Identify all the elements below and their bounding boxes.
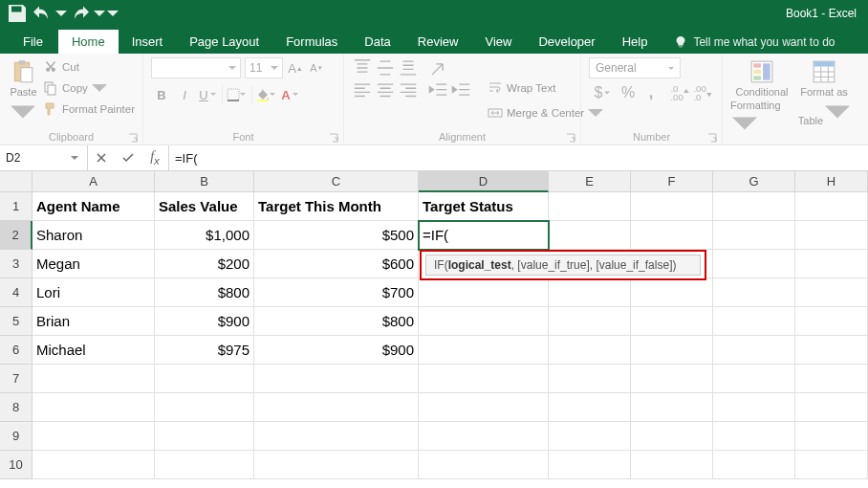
cell-F8[interactable]	[631, 393, 713, 422]
enter-formula-button[interactable]	[115, 145, 141, 170]
cell-E9[interactable]	[549, 422, 631, 451]
cell-B5[interactable]: $900	[155, 307, 254, 336]
cell-E4[interactable]	[549, 278, 631, 307]
fill-color-button[interactable]	[256, 84, 277, 105]
alignment-dialog-launcher[interactable]	[565, 130, 576, 142]
cell-F2[interactable]	[631, 221, 713, 250]
decrease-font-icon[interactable]: A▼	[308, 57, 325, 78]
cell-A6[interactable]: Michael	[33, 336, 155, 365]
cell-B10[interactable]	[155, 451, 254, 479]
cell-H4[interactable]	[795, 278, 868, 307]
column-header-E[interactable]: E	[549, 171, 631, 192]
cell-B9[interactable]	[155, 422, 254, 451]
underline-button[interactable]: U	[197, 84, 218, 105]
tab-file[interactable]: File	[8, 30, 58, 54]
cell-E10[interactable]	[549, 451, 631, 479]
column-header-B[interactable]: B	[155, 171, 254, 192]
cell-G1[interactable]	[713, 192, 795, 221]
row-header-5[interactable]: 5	[0, 307, 33, 336]
redo-dropdown-icon[interactable]	[94, 2, 105, 25]
column-header-F[interactable]: F	[631, 171, 713, 192]
orientation-icon[interactable]	[428, 57, 449, 78]
cell-E2[interactable]	[549, 221, 631, 250]
conditional-formatting-button[interactable]: Conditional Formatting	[730, 57, 793, 143]
format-as-table-button[interactable]: Format as Table	[797, 57, 851, 143]
font-size-select[interactable]: 11	[245, 57, 283, 78]
increase-font-icon[interactable]: A▲	[287, 57, 304, 78]
tab-home[interactable]: Home	[58, 30, 119, 54]
increase-decimal-icon[interactable]: .0.00	[669, 82, 690, 103]
cell-H8[interactable]	[795, 393, 868, 422]
cell-A7[interactable]	[33, 365, 155, 393]
font-name-select[interactable]	[151, 57, 241, 78]
tab-review[interactable]: Review	[404, 30, 472, 54]
cell-E6[interactable]	[549, 336, 631, 365]
cell-G2[interactable]	[713, 221, 795, 250]
cell-C9[interactable]	[254, 422, 419, 451]
formula-input[interactable]: =IF(	[169, 145, 868, 170]
align-left-icon[interactable]	[352, 80, 373, 101]
increase-indent-icon[interactable]	[451, 80, 472, 101]
cell-C2[interactable]: $500	[254, 221, 419, 250]
font-color-button[interactable]: A	[279, 84, 300, 105]
cell-A10[interactable]	[33, 451, 155, 479]
cell-D8[interactable]	[419, 393, 549, 422]
cell-H10[interactable]	[795, 451, 868, 479]
cell-C8[interactable]	[254, 393, 419, 422]
cell-D2[interactable]: =IF(	[419, 221, 549, 250]
cell-H9[interactable]	[795, 422, 868, 451]
cell-F6[interactable]	[631, 336, 713, 365]
row-header-1[interactable]: 1	[0, 192, 33, 221]
accounting-format-icon[interactable]: $	[589, 82, 616, 103]
cell-G3[interactable]	[713, 250, 795, 278]
tab-insert[interactable]: Insert	[119, 30, 177, 54]
align-right-icon[interactable]	[398, 80, 419, 101]
row-header-9[interactable]: 9	[0, 422, 33, 451]
chevron-down-icon[interactable]	[68, 156, 81, 160]
cell-D6[interactable]	[419, 336, 549, 365]
cell-C6[interactable]: $900	[254, 336, 419, 365]
cell-A1[interactable]: Agent Name	[33, 192, 155, 221]
cell-D10[interactable]	[419, 451, 549, 479]
cell-B8[interactable]	[155, 393, 254, 422]
column-header-A[interactable]: A	[33, 171, 155, 192]
decrease-indent-icon[interactable]	[428, 80, 449, 101]
cell-H1[interactable]	[795, 192, 868, 221]
cell-D5[interactable]	[419, 307, 549, 336]
copy-button[interactable]: Copy	[43, 78, 135, 98]
name-box[interactable]: D2	[0, 145, 88, 170]
cell-H5[interactable]	[795, 307, 868, 336]
cell-H3[interactable]	[795, 250, 868, 278]
tell-me-search[interactable]: Tell me what you want to do	[661, 31, 848, 54]
cell-C10[interactable]	[254, 451, 419, 479]
format-painter-button[interactable]: Format Painter	[43, 100, 135, 119]
cut-button[interactable]: Cut	[43, 57, 135, 77]
paste-button[interactable]: Paste	[8, 57, 39, 143]
cell-A2[interactable]: Sharon	[33, 221, 155, 250]
italic-button[interactable]: I	[174, 84, 195, 105]
align-top-icon[interactable]	[352, 57, 373, 78]
cell-H2[interactable]	[795, 221, 868, 250]
borders-button[interactable]	[227, 84, 248, 105]
cell-G4[interactable]	[713, 278, 795, 307]
bold-button[interactable]: B	[151, 84, 172, 105]
select-all-corner[interactable]	[0, 171, 33, 192]
cell-C4[interactable]: $700	[254, 278, 419, 307]
tab-page-layout[interactable]: Page Layout	[176, 30, 272, 54]
cell-D7[interactable]	[419, 365, 549, 393]
cell-B6[interactable]: $975	[155, 336, 254, 365]
row-header-8[interactable]: 8	[0, 393, 33, 422]
cell-G5[interactable]	[713, 307, 795, 336]
cell-B2[interactable]: $1,000	[155, 221, 254, 250]
tab-help[interactable]: Help	[609, 30, 662, 54]
tab-data[interactable]: Data	[351, 30, 403, 54]
cell-F10[interactable]	[631, 451, 713, 479]
cell-B3[interactable]: $200	[155, 250, 254, 278]
cell-G7[interactable]	[713, 365, 795, 393]
column-header-D[interactable]: D	[419, 171, 549, 192]
cell-E7[interactable]	[549, 365, 631, 393]
cell-E8[interactable]	[549, 393, 631, 422]
cell-A4[interactable]: Lori	[33, 278, 155, 307]
cell-C3[interactable]: $600	[254, 250, 419, 278]
cell-F7[interactable]	[631, 365, 713, 393]
